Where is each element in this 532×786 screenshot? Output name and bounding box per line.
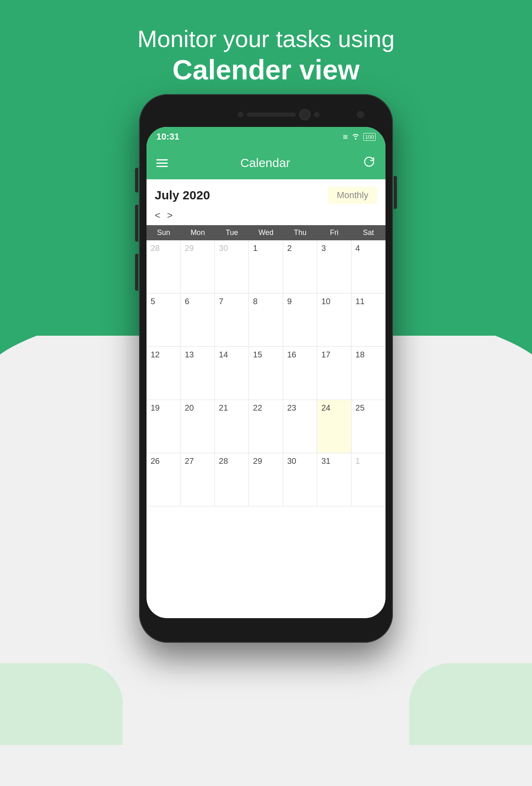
table-row[interactable]: 22 bbox=[249, 400, 283, 453]
day-sun: Sun bbox=[147, 228, 180, 237]
calendar-area: July 2020 Monthly < > Sun Mon Tue Wed Th… bbox=[147, 179, 385, 506]
volume-mute-button bbox=[135, 168, 138, 192]
month-header: July 2020 Monthly bbox=[147, 179, 385, 208]
table-row[interactable]: 14 bbox=[215, 347, 249, 400]
table-row[interactable]: 30 bbox=[215, 240, 249, 294]
table-row[interactable]: 4 bbox=[352, 240, 385, 294]
nav-arrows: < > bbox=[147, 208, 385, 225]
table-row[interactable]: 26 bbox=[147, 453, 180, 506]
table-row[interactable]: 3 bbox=[317, 240, 351, 294]
table-row[interactable]: 30 bbox=[283, 453, 317, 506]
day-thu: Thu bbox=[283, 228, 317, 237]
front-camera-right bbox=[357, 111, 364, 118]
table-row[interactable]: 27 bbox=[180, 453, 214, 506]
table-row[interactable]: 20 bbox=[180, 400, 214, 453]
refresh-button[interactable] bbox=[363, 155, 376, 171]
table-row[interactable]: 17 bbox=[317, 347, 351, 400]
table-row[interactable]: 11 bbox=[352, 294, 385, 347]
deco-left bbox=[0, 663, 123, 745]
app-header: Calendar bbox=[147, 147, 385, 179]
table-row[interactable]: 19 bbox=[147, 400, 180, 453]
table-row[interactable]: 13 bbox=[180, 347, 214, 400]
front-sensor-2 bbox=[314, 112, 320, 117]
table-row[interactable]: 12 bbox=[147, 347, 180, 400]
table-row[interactable]: 1 bbox=[249, 240, 283, 294]
table-row[interactable]: 16 bbox=[283, 347, 317, 400]
phone-mockup: 10:31 ⊠ 100 bbox=[139, 94, 393, 643]
day-headers: Sun Mon Tue Wed Thu Fri Sat bbox=[147, 225, 385, 240]
month-title: July 2020 bbox=[155, 188, 210, 202]
view-mode-badge[interactable]: Monthly bbox=[328, 187, 377, 204]
table-row[interactable]: 24 bbox=[317, 400, 351, 453]
phone-screen: 10:31 ⊠ 100 bbox=[147, 127, 385, 618]
table-row[interactable]: 31 bbox=[317, 453, 351, 506]
app-title: Calendar bbox=[240, 156, 290, 170]
volume-down-button bbox=[135, 254, 138, 291]
prev-month-button[interactable]: < bbox=[155, 210, 160, 221]
hamburger-line-2 bbox=[156, 163, 168, 164]
day-sat: Sat bbox=[352, 228, 385, 237]
title-text: Calender view bbox=[0, 53, 532, 87]
table-row[interactable]: 18 bbox=[352, 347, 385, 400]
table-row[interactable]: 28 bbox=[215, 453, 249, 506]
day-tue: Tue bbox=[215, 228, 249, 237]
phone-top-bar bbox=[139, 94, 393, 135]
table-row[interactable]: 29 bbox=[180, 240, 214, 294]
camera-area bbox=[201, 109, 357, 120]
table-row[interactable]: 6 bbox=[180, 294, 214, 347]
table-row[interactable]: 29 bbox=[249, 453, 283, 506]
deco-right bbox=[409, 663, 532, 745]
table-row[interactable]: 7 bbox=[215, 294, 249, 347]
day-fri: Fri bbox=[317, 228, 351, 237]
front-camera bbox=[299, 109, 311, 120]
page-header: Monitor your tasks using Calender view bbox=[0, 25, 532, 86]
table-row[interactable]: 25 bbox=[352, 400, 385, 453]
phone-frame: 10:31 ⊠ 100 bbox=[139, 94, 393, 643]
hamburger-line-1 bbox=[156, 159, 168, 160]
day-mon: Mon bbox=[180, 228, 214, 237]
hamburger-button[interactable] bbox=[156, 159, 168, 167]
table-row[interactable]: 21 bbox=[215, 400, 249, 453]
calendar-grid: 28 29 30 1 2 3 4 5 6 7 8 9 10 11 12 bbox=[147, 240, 385, 506]
table-row[interactable]: 28 bbox=[147, 240, 180, 294]
table-row[interactable]: 10 bbox=[317, 294, 351, 347]
table-row[interactable]: 2 bbox=[283, 240, 317, 294]
table-row[interactable]: 15 bbox=[249, 347, 283, 400]
table-row[interactable]: 23 bbox=[283, 400, 317, 453]
table-row[interactable]: 9 bbox=[283, 294, 317, 347]
table-row[interactable]: 1 bbox=[352, 453, 385, 506]
tagline-text: Monitor your tasks using bbox=[0, 25, 532, 53]
next-month-button[interactable]: > bbox=[167, 210, 173, 221]
volume-up-button bbox=[135, 205, 138, 242]
table-row[interactable]: 8 bbox=[249, 294, 283, 347]
hamburger-line-3 bbox=[156, 166, 168, 167]
power-button bbox=[394, 176, 397, 209]
front-sensor bbox=[238, 112, 243, 117]
table-row[interactable]: 5 bbox=[147, 294, 180, 347]
day-wed: Wed bbox=[249, 228, 283, 237]
speaker-grille bbox=[247, 113, 296, 117]
